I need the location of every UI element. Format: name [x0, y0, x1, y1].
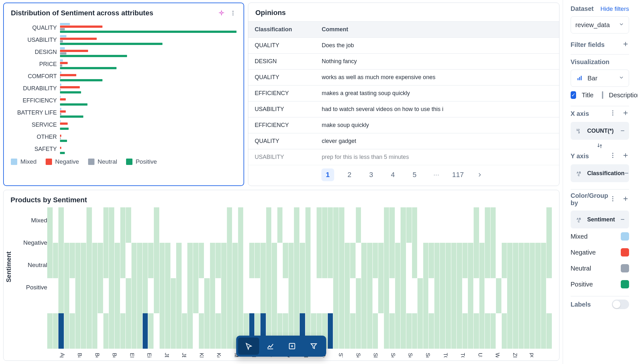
bar-negative: [60, 135, 61, 137]
labels-toggle[interactable]: [612, 300, 629, 309]
table-row[interactable]: EFFICIENCYmake soup quickly: [248, 117, 559, 133]
remove-colorgroup-field-icon[interactable]: −: [620, 215, 625, 224]
svg-point-13: [612, 155, 613, 156]
distribution-chart: QUALITYUSABILITYDESIGNPRICECOMFORTDURABI…: [4, 20, 244, 169]
table-row[interactable]: EFFICIENCYmakes a great tasting soup qui…: [248, 85, 559, 101]
dataset-select[interactable]: review_data: [571, 16, 629, 33]
color-legend-neutral[interactable]: Neutral: [571, 260, 629, 276]
chevron-down-icon: [619, 75, 624, 82]
svg-rect-6: [581, 76, 582, 80]
cell-comment: makes a great tasting soup quickly: [315, 85, 559, 101]
chart-row-label: DURABILITY: [11, 85, 60, 92]
colorgroup-add-icon[interactable]: [622, 195, 629, 204]
table-row[interactable]: USABILITYhad to watch several videos on …: [248, 101, 559, 117]
bar-mixed: [60, 96, 61, 98]
products-panel[interactable]: Products by Sentiment Sentiment MixedNeg…: [3, 190, 559, 361]
yaxis-add-icon[interactable]: [622, 152, 629, 160]
bar-positive: [60, 67, 116, 69]
bar-positive: [60, 140, 67, 142]
bar-negative: [60, 123, 68, 125]
x-label: pollini Bluetooth H: [535, 351, 552, 357]
colorgroup-field-pill[interactable]: ABC Sentiment −: [571, 211, 629, 228]
color-legend-negative[interactable]: Negative: [571, 244, 629, 260]
swap-axes-icon[interactable]: [571, 142, 629, 149]
toolbar-filter-button[interactable]: [303, 338, 324, 355]
svg-rect-5: [579, 77, 580, 80]
add-filter-icon[interactable]: [622, 41, 629, 49]
remove-xaxis-field-icon[interactable]: −: [620, 127, 625, 135]
legend-neutral[interactable]: Neutral: [88, 158, 117, 165]
cell-comment: prep for this is less than 5 minutes: [315, 149, 559, 165]
kebab-menu-icon[interactable]: [229, 10, 236, 17]
xaxis-field-pill[interactable]: 123 COUNT(*) −: [571, 122, 629, 140]
bar-positive: [60, 115, 83, 118]
remove-yaxis-field-icon[interactable]: −: [625, 169, 629, 177]
table-row[interactable]: QUALITYclever gadget: [248, 133, 559, 149]
legend-negative[interactable]: Negative: [46, 158, 79, 165]
yaxis-menu-icon[interactable]: [609, 152, 616, 160]
table-row[interactable]: USABILITYprep for this is less than 5 mi…: [248, 149, 559, 165]
viz-type-select[interactable]: Bar: [571, 70, 629, 87]
cell-classification: USABILITY: [248, 149, 315, 165]
svg-point-12: [612, 153, 613, 154]
colorgroup-menu-icon[interactable]: [609, 195, 616, 204]
table-row[interactable]: QUALITYDoes the job: [248, 38, 559, 54]
legend-mixed[interactable]: Mixed: [11, 158, 37, 165]
chart-row: DESIGN: [11, 46, 236, 58]
svg-point-20: [612, 200, 613, 201]
yaxis-field-pill[interactable]: ABC Classification −: [571, 164, 629, 182]
y-label: Mixed: [23, 217, 47, 224]
viz-type-value: Bar: [588, 75, 597, 82]
hide-filters-link[interactable]: Hide filters: [600, 5, 629, 12]
color-chip[interactable]: [621, 280, 629, 288]
bar-neutral: [60, 28, 65, 30]
y-label: Neutral: [23, 262, 47, 269]
bar-negative: [60, 26, 102, 28]
products-heatmap: [47, 207, 552, 349]
products-title: Products by Sentiment: [11, 196, 87, 204]
colorgroup-field-label: Sentiment: [587, 216, 615, 223]
colorgroup-heading: Color/Group by: [571, 192, 609, 207]
color-legend-mixed[interactable]: Mixed: [571, 228, 629, 244]
toolbar-chart-button[interactable]: [260, 338, 281, 355]
bar-mixed: [60, 47, 65, 49]
legend-positive[interactable]: Positive: [126, 158, 157, 165]
chart-row: SAFETY: [11, 143, 236, 155]
color-legend-positive[interactable]: Positive: [571, 276, 629, 292]
title-checkbox[interactable]: [571, 91, 576, 99]
config-sidebar: Dataset Hide filters review_data Filter …: [563, 0, 638, 364]
bar-neutral: [60, 137, 61, 139]
toolbar-pointer-button[interactable]: [238, 338, 259, 355]
bar-mixed: [60, 59, 63, 62]
svg-text:C: C: [578, 220, 580, 223]
page-5[interactable]: 5: [408, 168, 421, 181]
color-chip[interactable]: [621, 264, 629, 272]
sparkle-icon[interactable]: [218, 10, 225, 17]
bar-positive: [60, 103, 87, 106]
page-1[interactable]: 1: [321, 168, 334, 181]
cell-classification: USABILITY: [248, 101, 315, 117]
chart-row: PRICE: [11, 58, 236, 70]
page-4[interactable]: 4: [387, 168, 399, 181]
cell-comment: Does the job: [315, 38, 559, 53]
pages-ellipsis: ···: [430, 168, 443, 181]
svg-text:3: 3: [578, 131, 580, 134]
chart-row-label: EFFICIENCY: [11, 97, 60, 104]
page-3[interactable]: 3: [365, 168, 378, 181]
page-2[interactable]: 2: [343, 168, 356, 181]
dataset-heading: Dataset: [571, 5, 594, 12]
page-last[interactable]: 117: [452, 168, 464, 181]
page-next[interactable]: [473, 168, 486, 181]
color-chip[interactable]: [621, 248, 629, 256]
xaxis-menu-icon[interactable]: [609, 109, 616, 118]
table-row[interactable]: DESIGNNothing fancy: [248, 54, 559, 70]
description-checkbox[interactable]: [602, 91, 603, 99]
bar-positive: [60, 152, 65, 154]
chart-row: SERVICE: [11, 119, 236, 131]
distribution-panel[interactable]: Distribution of Sentiment across attribu…: [3, 3, 244, 186]
xaxis-add-icon[interactable]: [622, 109, 629, 118]
table-row[interactable]: QUALITYworks as well as much more expens…: [248, 70, 559, 85]
color-chip[interactable]: [621, 232, 629, 241]
toolbar-add-panel-button[interactable]: [281, 338, 303, 355]
opinions-panel[interactable]: Opinions Classification Comment QUALITYD…: [248, 3, 559, 186]
